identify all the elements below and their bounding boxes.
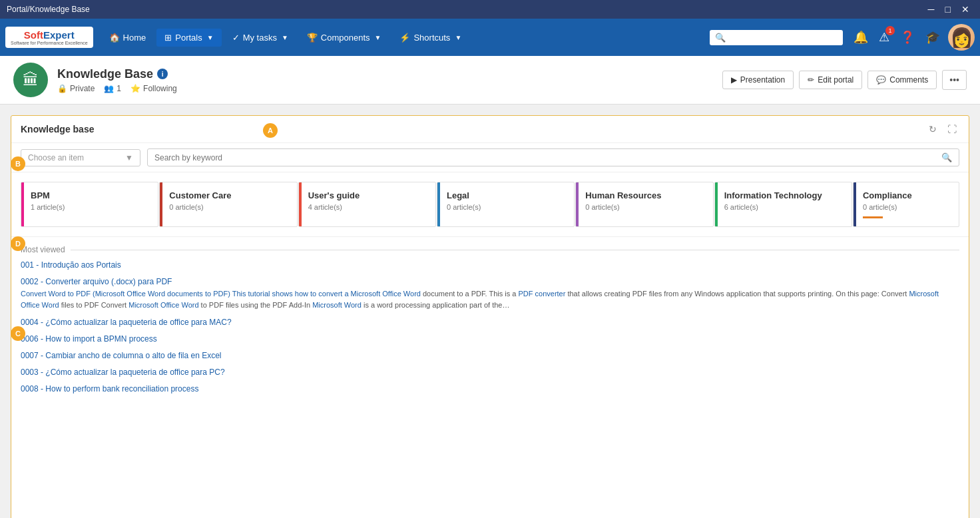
title-bar: Portal/Knowledge Base ─ □ ✕ [0, 0, 980, 19]
mv-link-001[interactable]: 001 - Introdução aos Portais [21, 260, 121, 270]
logo: SoftExpert Software for Performance Exce… [5, 27, 93, 48]
edit-portal-btn[interactable]: ✏ Edit portal [799, 71, 862, 89]
kb-panel-title: Knowledge base [21, 124, 94, 134]
nav-portals[interactable]: ⊞ Portals ▼ [156, 29, 221, 47]
lock-icon: 🔒 [57, 84, 67, 93]
category-bpm[interactable]: BPM 1 article(s) [21, 182, 158, 227]
list-item: 0007 - Cambiar ancho de columna o alto d… [21, 350, 959, 360]
nav-my-tasks[interactable]: ✓ My tasks ▼ [224, 29, 296, 47]
cat-count: 0 article(s) [863, 203, 949, 211]
shortcuts-icon: ⚡ [399, 33, 410, 43]
category-filter-dropdown[interactable]: Choose an item ▼ [21, 149, 140, 166]
global-search-input[interactable] [730, 33, 838, 43]
comments-btn[interactable]: 💬 Comments [867, 71, 937, 89]
portal-header: 🏛 Knowledge Base i 🔒 Private 👥 1 [0, 56, 980, 105]
list-item: 0006 - How to import a BPMN process [21, 334, 959, 344]
user-avatar[interactable]: 👩 [948, 24, 975, 51]
badge-b: B [11, 156, 25, 171]
portal-following[interactable]: ⭐ Following [130, 84, 177, 93]
portal-info: Knowledge Base i 🔒 Private 👥 1 ⭐ Followi… [57, 67, 177, 93]
category-legal[interactable]: Legal 0 article(s) [437, 182, 575, 227]
most-viewed-title: Most viewed [21, 245, 65, 254]
close-btn[interactable]: ✕ [957, 3, 973, 16]
nav-shortcuts[interactable]: ⚡ Shortcuts ▼ [391, 29, 469, 47]
category-customer-care[interactable]: Customer Care 0 article(s) [159, 182, 297, 227]
tasks-caret: ▼ [282, 34, 288, 41]
star-icon: ⭐ [130, 84, 140, 93]
category-users-guide[interactable]: User's guide 4 article(s) [298, 182, 436, 227]
alerts-btn[interactable]: ⚠ 1 [876, 27, 892, 47]
keyword-search-input[interactable] [154, 153, 937, 162]
cat-name: Compliance [863, 190, 949, 200]
cat-count: 4 article(s) [308, 203, 426, 211]
mv-excerpt-0002: Convert Word to PDF (Microsoft Office Wo… [21, 288, 959, 310]
category-human-resources[interactable]: Human Resources 0 article(s) [575, 182, 713, 227]
category-compliance[interactable]: Compliance 0 article(s) [853, 182, 959, 227]
mv-link-0004[interactable]: 0004 - ¿Cómo actualizar la paqueteria de… [21, 318, 232, 327]
portal-info-icon[interactable]: i [157, 69, 168, 79]
users-icon: 👥 [104, 84, 114, 93]
shortcuts-caret: ▼ [455, 34, 461, 41]
cat-count: 1 article(s) [31, 203, 148, 211]
minimize-btn[interactable]: ─ [924, 3, 939, 16]
category-information-technology[interactable]: Information Technology 6 article(s) [714, 182, 852, 227]
academy-btn[interactable]: 🎓 [923, 27, 943, 47]
portal-left: 🏛 Knowledge Base i 🔒 Private 👥 1 [13, 63, 177, 97]
search-icon: 🔍 [715, 33, 726, 43]
comments-icon: 💬 [876, 75, 886, 85]
global-search-box[interactable]: 🔍 [710, 30, 843, 45]
tasks-icon: ✓ [232, 33, 240, 43]
refresh-btn[interactable]: ↻ [926, 123, 939, 136]
components-caret: ▼ [375, 34, 381, 41]
keyword-search-box[interactable]: 🔍 [147, 148, 959, 166]
bell-icon: 🔔 [854, 30, 868, 45]
nav-home[interactable]: 🏠 Home [101, 29, 154, 47]
cat-name: Legal [447, 190, 565, 200]
most-viewed-section: Most viewed 001 - Introdução aos Portais… [11, 237, 969, 400]
cat-name: Information Technology [724, 190, 842, 200]
edit-icon: ✏ [808, 75, 814, 85]
badge-a: A [263, 123, 278, 138]
window-controls[interactable]: ─ □ ✕ [924, 3, 973, 16]
list-item: 0008 - How to perform bank reconciliatio… [21, 384, 959, 393]
cat-name: User's guide [308, 190, 426, 200]
presentation-btn[interactable]: ▶ Presentation [722, 71, 794, 89]
logo-brand: SoftExpert [24, 29, 75, 41]
badge-c: C [11, 326, 25, 341]
topbar-icons: 🔔 ⚠ 1 ❓ 🎓 👩 [851, 24, 975, 51]
notifications-btn[interactable]: 🔔 [851, 27, 871, 47]
cat-name: Customer Care [169, 190, 287, 200]
mv-link-0008[interactable]: 0008 - How to perform bank reconciliatio… [21, 384, 198, 393]
alert-badge: 1 [885, 26, 895, 35]
kb-panel: Knowledge base ↻ ⛶ Choose an item ▼ 🔍 [11, 115, 969, 518]
expand-btn[interactable]: ⛶ [945, 123, 959, 136]
help-icon: ❓ [900, 30, 915, 45]
list-item: 0004 - ¿Cómo actualizar la paqueteria de… [21, 317, 959, 327]
presentation-icon: ▶ [731, 75, 737, 85]
mv-link-0002[interactable]: 0002 - Converter arquivo (.docx) para PD… [21, 277, 172, 286]
most-viewed-header: Most viewed [21, 237, 959, 260]
more-actions-btn[interactable]: ••• [942, 70, 967, 90]
cat-count: 6 article(s) [724, 203, 842, 211]
maximize-btn[interactable]: □ [941, 3, 955, 16]
list-item: 0002 - Converter arquivo (.docx) para PD… [21, 276, 959, 310]
cat-count: 0 article(s) [447, 203, 565, 211]
panel-header-actions: ↻ ⛶ [926, 123, 959, 136]
cat-count: 0 article(s) [169, 203, 287, 211]
most-viewed-list: 001 - Introdução aos Portais 0002 - Conv… [21, 260, 959, 400]
help-btn[interactable]: ❓ [897, 27, 917, 47]
nav-components[interactable]: 🏆 Components ▼ [299, 29, 389, 47]
mv-link-0006[interactable]: 0006 - How to import a BPMN process [21, 334, 157, 344]
portals-caret: ▼ [207, 34, 214, 41]
keyword-search-icon: 🔍 [941, 152, 952, 162]
mv-link-0007[interactable]: 0007 - Cambiar ancho de columna o alto d… [21, 351, 222, 360]
graduation-icon: 🎓 [925, 30, 940, 45]
filter-placeholder: Choose an item [28, 153, 84, 162]
components-icon: 🏆 [307, 33, 318, 43]
logo-sub: Software for Performance Excellence [11, 41, 88, 45]
portals-icon: ⊞ [164, 33, 172, 43]
cat-name: BPM [31, 190, 148, 200]
mv-link-0003[interactable]: 0003 - ¿Cómo actualizar la paqueteria de… [21, 368, 225, 377]
window-title: Portal/Knowledge Base [7, 5, 90, 14]
cat-name: Human Resources [585, 190, 703, 200]
